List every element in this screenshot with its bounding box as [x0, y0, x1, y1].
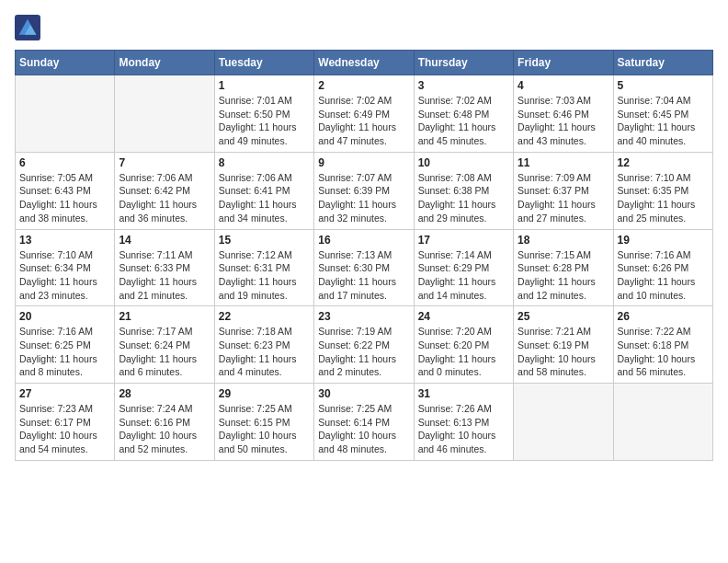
day-number: 28	[119, 387, 210, 400]
calendar-cell: 4Sunrise: 7:03 AM Sunset: 6:46 PM Daylig…	[514, 75, 613, 153]
calendar-cell: 21Sunrise: 7:17 AM Sunset: 6:24 PM Dayli…	[115, 306, 214, 384]
day-number: 23	[318, 310, 409, 323]
calendar-cell: 19Sunrise: 7:16 AM Sunset: 6:26 PM Dayli…	[613, 229, 712, 306]
cell-info: Sunrise: 7:05 AM Sunset: 6:43 PM Dayligh…	[19, 171, 110, 225]
cell-info: Sunrise: 7:08 AM Sunset: 6:38 PM Dayligh…	[418, 171, 509, 225]
calendar-header-thursday: Thursday	[414, 51, 513, 75]
cell-info: Sunrise: 7:19 AM Sunset: 6:22 PM Dayligh…	[318, 325, 409, 379]
cell-info: Sunrise: 7:17 AM Sunset: 6:24 PM Dayligh…	[119, 325, 210, 379]
day-number: 29	[219, 387, 310, 400]
cell-info: Sunrise: 7:11 AM Sunset: 6:33 PM Dayligh…	[119, 248, 210, 303]
calendar-cell: 17Sunrise: 7:14 AM Sunset: 6:29 PM Dayli…	[414, 229, 513, 306]
calendar-cell: 25Sunrise: 7:21 AM Sunset: 6:19 PM Dayli…	[514, 306, 613, 384]
logo-icon	[15, 15, 40, 40]
day-number: 4	[518, 79, 609, 92]
cell-info: Sunrise: 7:02 AM Sunset: 6:49 PM Dayligh…	[318, 94, 409, 148]
day-number: 10	[418, 156, 509, 169]
cell-info: Sunrise: 7:06 AM Sunset: 6:41 PM Dayligh…	[219, 171, 310, 225]
calendar-cell: 15Sunrise: 7:12 AM Sunset: 6:31 PM Dayli…	[214, 229, 313, 306]
day-number: 21	[119, 310, 210, 323]
calendar-cell	[16, 75, 115, 153]
day-number: 5	[618, 79, 709, 92]
day-number: 1	[219, 79, 310, 92]
cell-info: Sunrise: 7:07 AM Sunset: 6:39 PM Dayligh…	[318, 171, 409, 225]
calendar-header-tuesday: Tuesday	[214, 51, 313, 75]
cell-info: Sunrise: 7:14 AM Sunset: 6:29 PM Dayligh…	[418, 248, 509, 303]
day-number: 6	[19, 156, 110, 169]
calendar-cell: 1Sunrise: 7:01 AM Sunset: 6:50 PM Daylig…	[214, 75, 313, 153]
cell-info: Sunrise: 7:20 AM Sunset: 6:20 PM Dayligh…	[418, 325, 509, 379]
logo	[15, 15, 44, 40]
day-number: 17	[418, 234, 509, 247]
calendar-cell: 18Sunrise: 7:15 AM Sunset: 6:28 PM Dayli…	[514, 229, 613, 306]
cell-info: Sunrise: 7:18 AM Sunset: 6:23 PM Dayligh…	[219, 325, 310, 379]
cell-info: Sunrise: 7:16 AM Sunset: 6:26 PM Dayligh…	[618, 248, 709, 303]
calendar-cell: 7Sunrise: 7:06 AM Sunset: 6:42 PM Daylig…	[115, 152, 214, 229]
calendar-cell: 29Sunrise: 7:25 AM Sunset: 6:15 PM Dayli…	[214, 384, 313, 461]
cell-info: Sunrise: 7:04 AM Sunset: 6:45 PM Dayligh…	[618, 94, 709, 148]
calendar-header-wednesday: Wednesday	[314, 51, 414, 75]
calendar-header-saturday: Saturday	[613, 51, 712, 75]
calendar-cell: 30Sunrise: 7:25 AM Sunset: 6:14 PM Dayli…	[314, 384, 414, 461]
cell-info: Sunrise: 7:03 AM Sunset: 6:46 PM Dayligh…	[518, 94, 609, 148]
cell-info: Sunrise: 7:25 AM Sunset: 6:14 PM Dayligh…	[318, 402, 409, 456]
calendar-week-3: 13Sunrise: 7:10 AM Sunset: 6:34 PM Dayli…	[16, 229, 713, 306]
cell-info: Sunrise: 7:26 AM Sunset: 6:13 PM Dayligh…	[418, 402, 509, 456]
day-number: 8	[219, 156, 310, 169]
day-number: 2	[318, 79, 409, 92]
cell-info: Sunrise: 7:15 AM Sunset: 6:28 PM Dayligh…	[518, 248, 609, 303]
calendar-header-monday: Monday	[115, 51, 214, 75]
calendar-cell: 31Sunrise: 7:26 AM Sunset: 6:13 PM Dayli…	[414, 384, 513, 461]
calendar-cell	[514, 384, 613, 461]
calendar-cell: 14Sunrise: 7:11 AM Sunset: 6:33 PM Dayli…	[115, 229, 214, 306]
calendar-cell: 22Sunrise: 7:18 AM Sunset: 6:23 PM Dayli…	[214, 306, 313, 384]
calendar-cell: 23Sunrise: 7:19 AM Sunset: 6:22 PM Dayli…	[314, 306, 414, 384]
calendar-week-1: 1Sunrise: 7:01 AM Sunset: 6:50 PM Daylig…	[16, 75, 713, 153]
day-number: 14	[119, 234, 210, 247]
day-number: 3	[418, 79, 509, 92]
cell-info: Sunrise: 7:16 AM Sunset: 6:25 PM Dayligh…	[19, 325, 110, 379]
calendar-week-2: 6Sunrise: 7:05 AM Sunset: 6:43 PM Daylig…	[16, 152, 713, 229]
calendar-cell	[613, 384, 712, 461]
page-header	[15, 15, 713, 40]
calendar-header-sunday: Sunday	[16, 51, 115, 75]
day-number: 26	[618, 310, 709, 323]
calendar-week-5: 27Sunrise: 7:23 AM Sunset: 6:17 PM Dayli…	[16, 384, 713, 461]
day-number: 16	[318, 234, 409, 247]
calendar-cell: 28Sunrise: 7:24 AM Sunset: 6:16 PM Dayli…	[115, 384, 214, 461]
calendar-cell: 11Sunrise: 7:09 AM Sunset: 6:37 PM Dayli…	[514, 152, 613, 229]
calendar-cell: 3Sunrise: 7:02 AM Sunset: 6:48 PM Daylig…	[414, 75, 513, 153]
calendar-table: SundayMondayTuesdayWednesdayThursdayFrid…	[15, 50, 713, 461]
cell-info: Sunrise: 7:01 AM Sunset: 6:50 PM Dayligh…	[219, 94, 310, 148]
calendar-cell: 10Sunrise: 7:08 AM Sunset: 6:38 PM Dayli…	[414, 152, 513, 229]
calendar-week-4: 20Sunrise: 7:16 AM Sunset: 6:25 PM Dayli…	[16, 306, 713, 384]
cell-info: Sunrise: 7:22 AM Sunset: 6:18 PM Dayligh…	[618, 325, 709, 379]
cell-info: Sunrise: 7:24 AM Sunset: 6:16 PM Dayligh…	[119, 402, 210, 456]
calendar-cell: 8Sunrise: 7:06 AM Sunset: 6:41 PM Daylig…	[214, 152, 313, 229]
day-number: 27	[19, 387, 110, 400]
day-number: 22	[219, 310, 310, 323]
cell-info: Sunrise: 7:12 AM Sunset: 6:31 PM Dayligh…	[219, 248, 310, 303]
cell-info: Sunrise: 7:09 AM Sunset: 6:37 PM Dayligh…	[518, 171, 609, 225]
cell-info: Sunrise: 7:13 AM Sunset: 6:30 PM Dayligh…	[318, 248, 409, 303]
calendar-cell: 9Sunrise: 7:07 AM Sunset: 6:39 PM Daylig…	[314, 152, 414, 229]
day-number: 19	[618, 234, 709, 247]
day-number: 30	[318, 387, 409, 400]
calendar-cell: 12Sunrise: 7:10 AM Sunset: 6:35 PM Dayli…	[613, 152, 712, 229]
day-number: 12	[618, 156, 709, 169]
day-number: 7	[119, 156, 210, 169]
cell-info: Sunrise: 7:25 AM Sunset: 6:15 PM Dayligh…	[219, 402, 310, 456]
day-number: 9	[318, 156, 409, 169]
cell-info: Sunrise: 7:02 AM Sunset: 6:48 PM Dayligh…	[418, 94, 509, 148]
calendar-cell: 16Sunrise: 7:13 AM Sunset: 6:30 PM Dayli…	[314, 229, 414, 306]
day-number: 24	[418, 310, 509, 323]
day-number: 15	[219, 234, 310, 247]
day-number: 25	[518, 310, 609, 323]
calendar-cell	[115, 75, 214, 153]
cell-info: Sunrise: 7:06 AM Sunset: 6:42 PM Dayligh…	[119, 171, 210, 225]
calendar-cell: 27Sunrise: 7:23 AM Sunset: 6:17 PM Dayli…	[16, 384, 115, 461]
day-number: 13	[19, 234, 110, 247]
calendar-cell: 20Sunrise: 7:16 AM Sunset: 6:25 PM Dayli…	[16, 306, 115, 384]
calendar-cell: 6Sunrise: 7:05 AM Sunset: 6:43 PM Daylig…	[16, 152, 115, 229]
calendar-header-friday: Friday	[514, 51, 613, 75]
